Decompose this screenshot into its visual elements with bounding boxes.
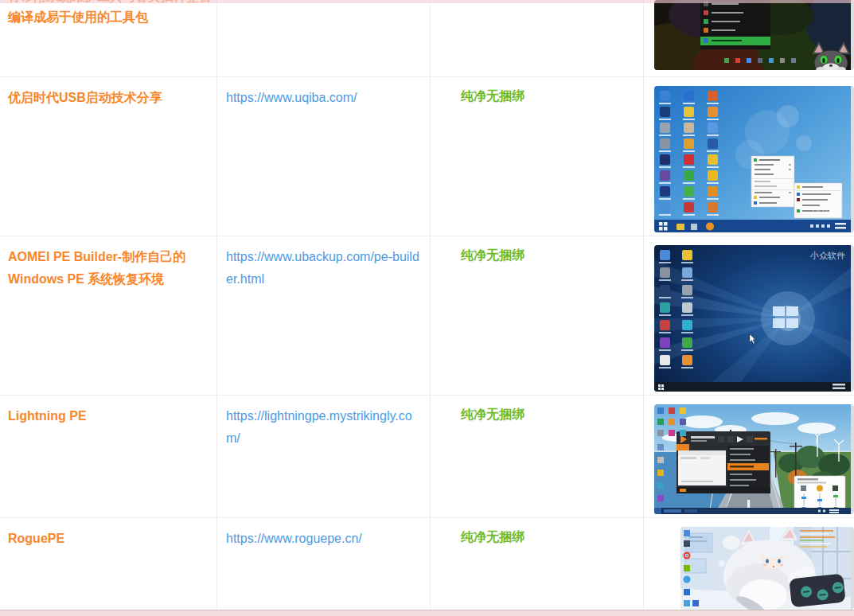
active-tab	[677, 444, 689, 450]
table-row: 优启时代USB启动技术分享 https://www.uqiba.com/ 纯净无…	[0, 76, 854, 236]
status-cell: 纯净无捆绑	[431, 77, 644, 236]
thumbnail-lightningpe-desktop	[654, 404, 854, 514]
tool-title-link[interactable]: 编译成易于使用的工具包	[8, 6, 205, 29]
uqiba-desktop-image: ULITE	[654, 86, 851, 232]
name-cell: 优启时代USB启动技术分享	[0, 77, 217, 236]
thumbnail-windows10-desktop: 小众软件	[654, 245, 854, 392]
thumbnail-cell: ULITE	[644, 77, 854, 236]
status-badge: 纯净无捆绑	[461, 89, 524, 103]
name-cell: AOMEI PE Builder-制作自己的Windows PE 系统恢复环境	[0, 236, 217, 395]
table-row: Lightning PE https://lightningpe.mystrik…	[0, 395, 854, 517]
url-cell: https://lightningpe.mystrikingly.com/	[217, 396, 431, 517]
url-cell: https://www.roguepe.cn/	[217, 518, 431, 616]
bottom-edge-strip	[0, 610, 854, 616]
pe-tools-table: 将常用系统维护工具与各类插件整合 编译成易于使用的工具包	[0, 0, 854, 616]
context-menu	[751, 156, 794, 207]
thumbnail-cell	[644, 0, 854, 76]
tool-url-link[interactable]: https://www.uqiba.com/	[226, 87, 422, 109]
top-edge-strip	[0, 0, 854, 3]
url-cell: https://www.uqiba.com/	[217, 77, 431, 236]
tool-url-link[interactable]: https://lightningpe.mystrikingly.com/	[226, 405, 422, 450]
status-badge: 纯净无捆绑	[461, 248, 524, 262]
start-button	[654, 508, 661, 514]
windows10-desktop-image: 小众软件	[654, 245, 851, 392]
music-player-window	[677, 431, 770, 493]
name-cell: RoguePE	[0, 518, 217, 616]
tool-title-link[interactable]: 优启时代USB启动技术分享	[8, 87, 205, 109]
status-cell: 纯净无捆绑	[431, 396, 644, 517]
ghost-cat-decor	[723, 536, 740, 550]
taskbar	[654, 382, 851, 392]
table-row: AOMEI PE Builder-制作自己的Windows PE 系统恢复环境 …	[0, 236, 854, 395]
nvidia-icon	[684, 565, 690, 571]
edge-icon	[684, 576, 691, 583]
thumbnail-dark-cat-pe	[654, 0, 854, 70]
mouth	[773, 566, 774, 567]
status-badge: 纯净无捆绑	[461, 407, 524, 421]
roguepe-desktop-image	[680, 527, 851, 610]
status-cell: 纯净无捆绑	[431, 518, 644, 616]
table-row: RoguePE https://www.roguepe.cn/ 纯净无捆绑	[0, 517, 854, 616]
table-row: 将常用系统维护工具与各类插件整合 编译成易于使用的工具包	[0, 0, 854, 76]
search-icon	[706, 223, 714, 231]
thumbnail-cell: 小众软件	[644, 236, 854, 395]
bubble	[719, 560, 725, 567]
app-icon	[691, 224, 697, 230]
thumbnail-uqiba-desktop: ULITE	[654, 86, 854, 232]
status-badge: 纯净无捆绑	[461, 530, 524, 544]
tool-title-link[interactable]: AOMEI PE Builder-制作自己的Windows PE 系统恢复环境	[8, 246, 205, 290]
url-cell	[217, 0, 431, 76]
thumbnail-cell	[644, 518, 854, 616]
bangs	[758, 542, 788, 558]
name-cell: 将常用系统维护工具与各类插件整合 编译成易于使用的工具包	[0, 0, 217, 76]
status-cell	[431, 0, 644, 76]
eye	[778, 559, 781, 563]
tool-title-link[interactable]: RoguePE	[8, 528, 205, 550]
url-cell: https://www.ubackup.com/pe-builder.html	[217, 236, 431, 395]
page: { "colors": { "title_orange": "#f8862b",…	[0, 0, 854, 616]
watermark-text: 小众软件	[809, 251, 845, 260]
pillow	[789, 574, 845, 608]
volume-mixer-panel	[794, 476, 845, 511]
name-cell: Lightning PE	[0, 396, 217, 517]
context-menu	[700, 0, 770, 49]
eye	[766, 559, 769, 563]
folder-icon	[677, 224, 684, 230]
taskbar	[654, 508, 851, 514]
tool-url-link[interactable]: https://www.roguepe.cn/	[226, 528, 422, 550]
lightningpe-desktop-image	[654, 404, 851, 514]
volume-slider	[755, 438, 767, 440]
tool-title-link[interactable]: Lightning PE	[8, 405, 205, 427]
desktop-logo-text: ULITE	[812, 208, 835, 216]
thumbnail-cell	[644, 396, 854, 517]
dark-pe-desktop-image	[654, 0, 851, 70]
taskbar	[654, 220, 851, 232]
status-cell: 纯净无捆绑	[431, 236, 644, 395]
thumbnail-roguepe-desktop	[680, 527, 854, 610]
tool-url-link[interactable]: https://www.ubackup.com/pe-builder.html	[226, 246, 422, 290]
